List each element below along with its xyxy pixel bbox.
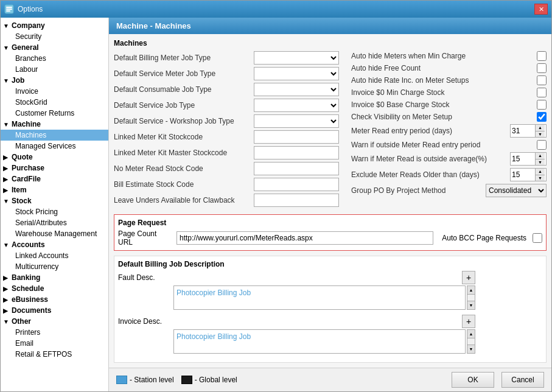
auto-hide-free-checkbox[interactable]: [537, 63, 547, 73]
meter-read-up-btn[interactable]: ▲: [536, 125, 545, 131]
sidebar-group-accounts[interactable]: ▼ Accounts: [1, 239, 108, 250]
warn-average-spinbox[interactable]: ▲ ▼: [510, 152, 547, 166]
sidebar-group-ebusiness[interactable]: ▶ eBusiness: [1, 294, 108, 305]
fault-scrollbar: ▲ ▼: [467, 285, 475, 310]
sidebar-group-machine[interactable]: ▼ Machine: [1, 119, 108, 130]
bill-estimate-input[interactable]: [254, 178, 339, 191]
sidebar-item-warehouse-management[interactable]: Warehouse Management: [1, 228, 108, 239]
invoice-scroll-down[interactable]: ▼: [467, 345, 475, 353]
exclude-reads-spinbox[interactable]: ▲ ▼: [510, 168, 547, 181]
billing-meter-select[interactable]: [254, 51, 339, 65]
auto-hide-rate-row: Auto hide Rate Inc. on Meter Setups: [351, 75, 547, 85]
sidebar-item-security[interactable]: Security: [1, 31, 108, 42]
sidebar-item-managed-services[interactable]: Managed Services: [1, 141, 108, 152]
page-count-url-input[interactable]: [176, 231, 433, 245]
sidebar-item-branches[interactable]: Branches: [1, 53, 108, 64]
workshop-select[interactable]: [254, 114, 339, 128]
sidebar-item-multicurrency[interactable]: Multicurrency: [1, 261, 108, 272]
sidebar-item-machines[interactable]: Machines: [1, 130, 108, 141]
expand-icon-item: ▶: [3, 187, 12, 194]
ok-button[interactable]: OK: [452, 372, 494, 388]
invoice-scroll-up[interactable]: ▲: [467, 330, 475, 338]
service-meter-select[interactable]: [254, 67, 339, 80]
linked-meter-input[interactable]: [254, 130, 339, 144]
bill-estimate-label: Bill Estimate Stock Code: [114, 180, 254, 189]
meter-read-period-spinbox[interactable]: ▲ ▼: [510, 124, 547, 138]
sidebar-group-schedule[interactable]: ▶ Schedule: [1, 283, 108, 294]
fault-desc-textarea[interactable]: Photocopier Billing Job: [173, 285, 466, 310]
invoice-desc-textarea[interactable]: Photocopier Billing Job: [173, 329, 466, 354]
meter-read-period-label: Meter Read entry period (days): [351, 127, 510, 135]
service-job-label: Default Service Job Type: [114, 101, 254, 110]
exclude-reads-input[interactable]: [511, 169, 535, 181]
warn-average-input[interactable]: [511, 153, 535, 165]
exclude-reads-down-btn[interactable]: ▼: [536, 175, 545, 181]
leave-unders-input[interactable]: [254, 194, 339, 207]
sidebar-item-invoice[interactable]: Invoice: [1, 86, 108, 97]
invoice-min-checkbox[interactable]: [537, 88, 547, 97]
fault-add-btn-row: +: [173, 271, 475, 284]
warn-average-down-btn[interactable]: ▼: [536, 159, 545, 166]
sidebar-group-banking[interactable]: ▶ Banking: [1, 272, 108, 283]
expand-icon-cardfile: ▶: [3, 176, 12, 183]
sidebar-group-cardfile[interactable]: ▶ CardFile: [1, 173, 108, 184]
sidebar-item-customer-returns[interactable]: Customer Returns: [1, 108, 108, 119]
auto-hide-rate-checkbox[interactable]: [537, 75, 547, 85]
fault-desc-wrap: + Photocopier Billing Job ▲ ▼: [173, 271, 475, 310]
sidebar-group-item[interactable]: ▶ Item: [1, 184, 108, 195]
sidebar-group-machine-label: Machine: [12, 120, 41, 128]
no-meter-input[interactable]: [254, 162, 339, 175]
invoice-textarea-row: Photocopier Billing Job ▲ ▼: [173, 329, 475, 354]
group-po-label: Group PO By Project Method: [351, 186, 486, 195]
invoice-base-checkbox[interactable]: [537, 100, 547, 110]
sidebar-group-stock[interactable]: ▼ Stock: [1, 195, 108, 206]
expand-icon-banking: ▶: [3, 275, 12, 281]
service-job-select[interactable]: [254, 99, 339, 112]
sidebar-group-quote[interactable]: ▶ Quote: [1, 152, 108, 163]
exclude-reads-up-btn[interactable]: ▲: [536, 169, 545, 175]
group-po-select[interactable]: Consolidated: [486, 184, 547, 197]
fault-scroll-down[interactable]: ▼: [467, 301, 475, 309]
page-request-row: Page Count URL Auto BCC Page Requests: [118, 229, 542, 247]
sidebar-group-general[interactable]: ▼ General: [1, 42, 108, 53]
fault-desc-label: Fault Desc.: [118, 271, 170, 282]
sidebar-item-labour[interactable]: Labour: [1, 64, 108, 75]
sidebar-group-documents[interactable]: ▶ Documents: [1, 305, 108, 316]
station-legend: - Station level: [116, 376, 174, 384]
linked-meter-master-input[interactable]: [254, 146, 339, 159]
auto-hide-meters-checkbox[interactable]: [537, 51, 547, 61]
invoice-add-btn[interactable]: +: [462, 315, 475, 328]
form-columns: Default Billing Meter Job Type Default S…: [114, 51, 547, 209]
expand-icon-general: ▼: [3, 44, 12, 51]
close-button[interactable]: ✕: [534, 4, 548, 15]
meter-read-period-input[interactable]: [511, 125, 535, 137]
expand-icon-machine: ▼: [3, 121, 12, 128]
sidebar-item-stockgrid[interactable]: StockGrid: [1, 97, 108, 108]
sidebar-item-email[interactable]: Email: [1, 338, 108, 349]
sidebar-item-serial-attributes[interactable]: Serial/Attributes: [1, 217, 108, 228]
fault-scroll-up[interactable]: ▲: [467, 286, 475, 295]
check-visibility-checkbox[interactable]: [537, 112, 547, 122]
sidebar-group-other[interactable]: ▼ Other: [1, 316, 108, 327]
sidebar-group-job[interactable]: ▼ Job: [1, 75, 108, 86]
workshop-label: Default Service - Workshop Job Type: [114, 117, 254, 125]
sidebar-item-stock-pricing[interactable]: Stock Pricing: [1, 206, 108, 217]
sidebar-group-purchase[interactable]: ▶ Purchase: [1, 163, 108, 173]
warn-average-spinbox-btns: ▲ ▼: [535, 153, 545, 165]
svg-rect-2: [6, 9, 12, 10]
warn-average-up-btn[interactable]: ▲: [536, 153, 545, 159]
consumable-select[interactable]: [254, 83, 339, 96]
invoice-desc-controls: + Photocopier Billing Job ▲ ▼: [173, 315, 542, 354]
consumable-row: Default Consumable Job Type: [114, 83, 339, 96]
expand-icon-job: ▼: [3, 77, 12, 84]
invoice-base-row: Invoice $0 Base Charge Stock: [351, 100, 547, 110]
warn-outside-checkbox[interactable]: [537, 140, 547, 150]
sidebar-item-retail-eftpos[interactable]: Retail & EFTPOS: [1, 349, 108, 360]
cancel-button[interactable]: Cancel: [501, 372, 544, 388]
fault-add-btn[interactable]: +: [462, 271, 475, 284]
sidebar-item-printers[interactable]: Printers: [1, 327, 108, 338]
auto-bcc-checkbox[interactable]: [533, 233, 542, 243]
sidebar-item-linked-accounts[interactable]: Linked Accounts: [1, 250, 108, 261]
meter-read-down-btn[interactable]: ▼: [536, 131, 545, 138]
sidebar-group-company[interactable]: ▼ Company: [1, 20, 108, 31]
